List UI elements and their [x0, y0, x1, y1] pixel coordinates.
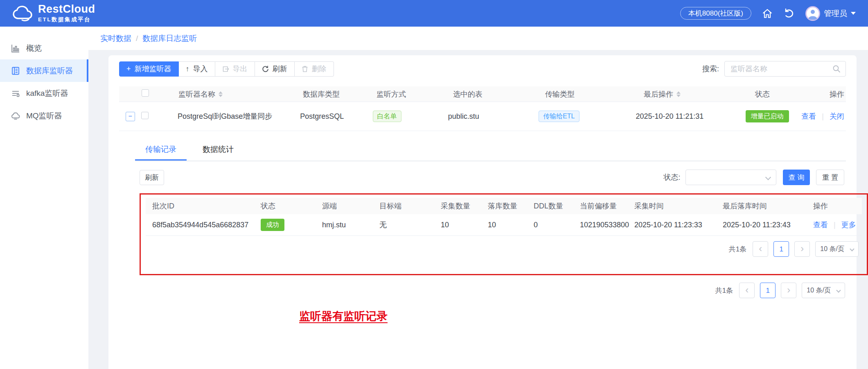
breadcrumb-separator: / — [136, 34, 138, 43]
last-store-time: 2025-10-20 11:23:43 — [716, 221, 807, 229]
add-listener-button[interactable]: + 新增监听器 — [119, 61, 179, 77]
sidebar-item-label: 概览 — [26, 43, 42, 54]
col-listener-name: 监听器名称 — [178, 89, 215, 99]
col-current-offset: 当前偏移量 — [573, 201, 628, 211]
delete-button[interactable]: 删除 — [295, 61, 334, 77]
tab-data-stats[interactable]: 数据统计 — [192, 139, 244, 161]
avatar — [805, 6, 820, 21]
sidebar-item-label: MQ监听器 — [26, 111, 62, 121]
record-source: hmj.stu — [316, 221, 373, 229]
record-target: 无 — [373, 220, 434, 230]
listener-name: PostgreSql到Gbase增量同步 — [165, 111, 294, 121]
status-select[interactable] — [685, 170, 776, 185]
prev-page-button[interactable]: ‹ — [753, 241, 768, 257]
view-link[interactable]: 查看 — [801, 112, 816, 120]
record-more-link[interactable]: 更多 — [841, 221, 856, 229]
selected-table: public.stu — [442, 112, 533, 121]
col-target: 目标端 — [373, 201, 434, 211]
table-row: − PostgreSql到Gbase增量同步 PostgresSQL 白名单 p… — [119, 102, 846, 131]
next-page-button[interactable]: › — [781, 283, 796, 298]
sidebar-item-db-listener[interactable]: 数据库监听器 — [0, 59, 88, 82]
next-page-button[interactable]: › — [794, 241, 810, 257]
records-total-count: 共1条 — [729, 244, 746, 254]
col-collect-count: 采集数量 — [434, 201, 481, 211]
sort-icon[interactable] — [219, 91, 223, 97]
col-source: 源端 — [316, 201, 373, 211]
divider: | — [822, 112, 824, 120]
export-icon — [222, 66, 229, 72]
content-area: + 新增监听器 ↑ 导入 导出 — [88, 50, 868, 369]
page-size-select[interactable]: 10 条/页 — [815, 241, 859, 257]
record-status-badge: 成功 — [261, 219, 284, 231]
page-size-select[interactable]: 10 条/页 — [802, 283, 845, 298]
chevron-down-icon — [850, 247, 854, 251]
refresh-icon — [262, 66, 269, 72]
sidebar-item-label: 数据库监听器 — [26, 66, 73, 76]
detail-tabs: 传输记录 数据统计 — [135, 139, 846, 161]
toolbar: + 新增监听器 ↑ 导入 导出 — [119, 61, 846, 77]
records-refresh-button[interactable]: 刷新 — [140, 170, 164, 185]
col-batch-id: 批次ID — [146, 201, 254, 211]
records-highlight-box: 批次ID 状态 源端 目标端 采集数量 落库数量 DDL数量 当前偏移量 采集时… — [140, 193, 868, 275]
row-checkbox[interactable] — [141, 112, 149, 119]
col-db-type: 数据库类型 — [297, 89, 371, 99]
search-input[interactable] — [724, 61, 846, 77]
query-button[interactable]: 查 询 — [783, 170, 810, 185]
batch-id: 68f5ab354944d545a6682837 — [146, 221, 254, 229]
chevron-down-icon — [765, 174, 771, 180]
prev-page-button[interactable]: ‹ — [739, 283, 755, 298]
page-number-button[interactable]: 1 — [773, 241, 789, 257]
record-view-link[interactable]: 查看 — [813, 221, 828, 229]
sidebar-item-kafka-listener[interactable]: kafka监听器 — [0, 82, 88, 104]
search-icon[interactable] — [832, 65, 841, 75]
col-last-operation: 最后操作 — [644, 89, 673, 99]
plus-icon: + — [126, 65, 131, 73]
toolbar-button-group: + 新增监听器 ↑ 导入 导出 — [119, 61, 334, 77]
store-count: 10 — [481, 221, 527, 229]
import-button[interactable]: ↑ 导入 — [179, 61, 215, 77]
home-icon[interactable] — [762, 8, 773, 19]
chevron-down-icon — [851, 12, 856, 15]
listener-table: 监听器名称 数据库类型 监听方式 选中的表 传输类型 最后操作 状态 操作 − … — [119, 86, 846, 131]
undo-icon[interactable] — [783, 8, 795, 19]
col-ddl-count: DDL数量 — [527, 201, 573, 211]
refresh-button[interactable]: 刷新 — [255, 61, 295, 77]
bar-chart-icon — [11, 44, 20, 53]
user-menu[interactable]: 管理员 — [805, 6, 856, 21]
mq-cloud-icon — [11, 111, 20, 120]
main-card: + 新增监听器 ↑ 导入 导出 — [108, 55, 857, 369]
col-actions: 操作 — [812, 89, 846, 99]
chevron-down-icon — [836, 288, 841, 292]
record-row: 68f5ab354944d545a6682837 成功 hmj.stu 无 10… — [146, 214, 862, 236]
env-badge: 本机8080(社区版) — [680, 7, 751, 20]
sidebar: 概览 数据库监听器 kafka监听器 MQ监听器 — [0, 27, 88, 369]
search-area: 搜索: — [702, 61, 846, 77]
db-type: PostgresSQL — [294, 112, 367, 121]
tab-transfer-records[interactable]: 传输记录 — [135, 139, 187, 161]
import-arrow-icon: ↑ — [186, 65, 189, 73]
db-list-icon — [11, 66, 20, 75]
collect-count: 10 — [434, 221, 481, 229]
col-record-status: 状态 — [254, 201, 316, 211]
sort-icon[interactable] — [676, 91, 681, 97]
col-listen-mode: 监听方式 — [371, 89, 447, 99]
page-number-button[interactable]: 1 — [760, 283, 776, 298]
breadcrumb-realtime-data[interactable]: 实时数据 — [100, 33, 131, 44]
close-link[interactable]: 关闭 — [830, 112, 844, 120]
select-all-checkbox[interactable] — [142, 89, 149, 97]
last-operation-time: 2025-10-20 11:21:31 — [627, 112, 732, 121]
top-header: RestCloud ETL数据集成平台 本机8080(社区版) — [0, 0, 868, 27]
user-name: 管理员 — [824, 8, 847, 19]
listener-total-count: 共1条 — [715, 286, 733, 295]
export-button[interactable]: 导出 — [215, 61, 255, 77]
ddl-count: 0 — [527, 221, 573, 229]
sidebar-item-mq-listener[interactable]: MQ监听器 — [0, 104, 88, 127]
records-table-header: 批次ID 状态 源端 目标端 采集数量 落库数量 DDL数量 当前偏移量 采集时… — [146, 198, 862, 214]
divider: | — [834, 221, 836, 229]
collect-time: 2025-10-20 11:23:33 — [628, 221, 716, 229]
transfer-type-badge: 传输给ETL — [539, 111, 579, 122]
sidebar-item-overview[interactable]: 概览 — [0, 37, 88, 59]
collapse-row-button[interactable]: − — [126, 112, 135, 121]
records-pagination: 共1条 ‹ 1 › 10 条/页 — [146, 241, 862, 257]
reset-button[interactable]: 重 置 — [816, 170, 844, 185]
